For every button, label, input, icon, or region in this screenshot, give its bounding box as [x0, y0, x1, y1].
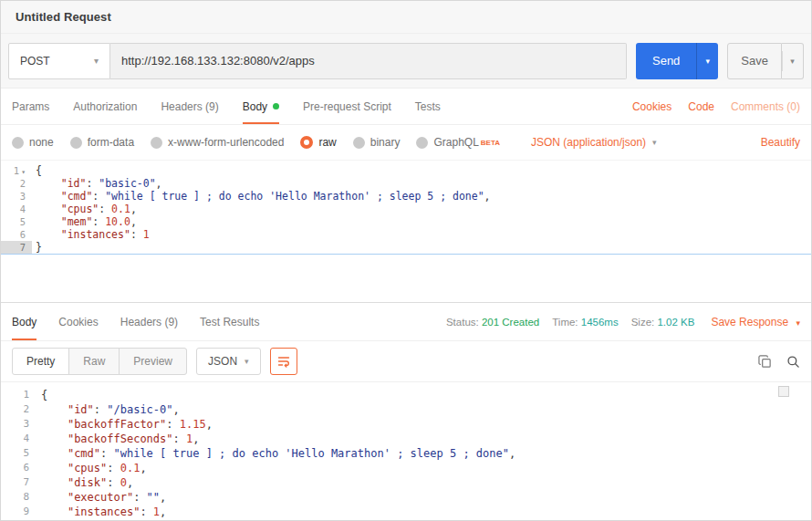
code-line: 4 "backoffSeconds": 1,	[1, 432, 811, 446]
comments-link[interactable]: Comments (0)	[731, 100, 800, 113]
chevron-down-icon: ▾	[790, 57, 795, 66]
line-number: 4	[1, 432, 37, 446]
code-text: "backoffSeconds": 1,	[37, 432, 199, 446]
chevron-down-icon: ▾	[94, 56, 99, 66]
code-line: 7 "disk": 0,	[1, 475, 811, 490]
chevron-down-icon: ▾	[796, 318, 800, 328]
body-type-graphql[interactable]: GraphQL BETA	[416, 136, 500, 149]
tab-params[interactable]: Params	[12, 89, 49, 124]
code-text: "disk": 0,	[37, 475, 133, 490]
cookies-link[interactable]: Cookies	[632, 100, 671, 113]
size-badge: Size: 1.02 KB	[631, 317, 695, 328]
fold-toggle-icon[interactable]: ▾	[21, 168, 26, 176]
code-text: {	[32, 164, 42, 177]
view-preview-button[interactable]: Preview	[119, 348, 187, 375]
code-text: "cmd": "while [ true ] ; do echo 'Hello …	[37, 446, 515, 461]
code-text: "instances": 1,	[37, 505, 166, 519]
save-button[interactable]: Save	[727, 43, 782, 79]
code-line: 8 "executor": "",	[1, 490, 811, 505]
code-line: 3 "backoffFactor": 1.15,	[1, 417, 811, 432]
response-tab-test-results[interactable]: Test Results	[200, 303, 259, 340]
response-code: 1{2 "id": "/basic-0",3 "backoffFactor": …	[1, 388, 811, 520]
code-text: "backoffFactor": 1.15,	[37, 417, 213, 432]
beta-badge: BETA	[481, 139, 500, 147]
line-number: 6	[1, 228, 32, 241]
line-number: 1	[1, 388, 37, 402]
code-link[interactable]: Code	[688, 100, 714, 113]
code-line: 4 "cpus": 0.1,	[1, 203, 811, 215]
code-text: }	[32, 241, 42, 254]
search-response-button[interactable]	[786, 355, 800, 369]
code-line: 6 "cpus": 0.1,	[1, 461, 811, 475]
code-text: {	[37, 388, 47, 402]
line-number: 7	[1, 241, 32, 254]
line-number: 7	[1, 475, 37, 490]
tab-pre-request-script[interactable]: Pre-request Script	[303, 89, 391, 124]
response-format-select[interactable]: JSON ▾	[196, 348, 261, 375]
response-tab-cookies[interactable]: Cookies	[58, 303, 98, 340]
send-button-group: Send ▾	[636, 43, 718, 79]
line-number: 9	[1, 505, 37, 519]
line-number: 5	[1, 446, 37, 461]
method-select[interactable]: POST ▾	[8, 43, 110, 79]
code-line: 9 "instances": 1,	[1, 505, 811, 519]
request-tabs-right: Cookies Code Comments (0)	[616, 89, 800, 124]
body-type-none[interactable]: none	[12, 136, 54, 149]
body-type-binary[interactable]: binary	[353, 136, 401, 149]
code-text: "cpus": 0.1,	[37, 461, 147, 475]
send-button[interactable]: Send	[636, 43, 696, 79]
request-tabs: Params Authorization Headers (9) Body Pr…	[1, 89, 811, 125]
wrap-text-button[interactable]	[270, 348, 297, 375]
line-number: 6	[1, 461, 37, 475]
response-meta: Status: 201 Created Time: 1456ms Size: 1…	[433, 303, 800, 340]
method-select-value: POST	[20, 55, 50, 68]
line-number: 8	[1, 490, 37, 505]
radio-icon	[416, 137, 428, 149]
body-type-raw[interactable]: raw	[300, 136, 336, 149]
code-line: 10 "labels": {},	[1, 519, 811, 520]
line-number: 5	[1, 215, 32, 228]
request-url-bar: POST ▾ Send ▾ Save ▾	[1, 34, 811, 89]
radio-icon	[151, 137, 162, 149]
search-icon	[786, 355, 800, 369]
response-tab-headers[interactable]: Headers (9)	[120, 303, 178, 340]
response-tab-body[interactable]: Body	[12, 303, 36, 340]
tab-body[interactable]: Body	[243, 89, 279, 124]
code-line: 3 "cmd": "while [ true ] ; do echo 'Hell…	[1, 190, 811, 203]
response-toolbar: Pretty Raw Preview JSON ▾	[1, 340, 811, 382]
request-title: Untitled Request	[16, 10, 111, 24]
response-body-viewer[interactable]: 1{2 "id": "/basic-0",3 "backoffFactor": …	[1, 382, 811, 520]
request-body-editor[interactable]: 1▾{2 "id": "basic-0",3 "cmd": "while [ t…	[1, 160, 811, 302]
code-line: 5 "cmd": "while [ true ] ; do echo 'Hell…	[1, 446, 811, 461]
code-text: "cmd": "while [ true ] ; do echo 'Hello …	[32, 190, 491, 203]
response-view-toggle: Pretty Raw Preview	[12, 348, 187, 375]
view-pretty-button[interactable]: Pretty	[12, 348, 69, 375]
code-text: "executor": "",	[37, 490, 166, 505]
code-line: 7}	[1, 241, 811, 254]
code-line: 1{	[1, 388, 811, 402]
body-type-x-www-form-urlencoded[interactable]: x-www-form-urlencoded	[151, 136, 284, 149]
body-has-content-dot	[273, 103, 279, 109]
url-input[interactable]	[110, 43, 627, 79]
save-options-button[interactable]: ▾	[782, 43, 804, 79]
chevron-down-icon: ▾	[245, 357, 249, 366]
line-number: 2	[1, 402, 37, 417]
content-type-select[interactable]: JSON (application/json) ▾	[531, 136, 657, 149]
copy-icon	[758, 355, 772, 369]
code-text: "labels": {},	[37, 519, 153, 520]
tab-tests[interactable]: Tests	[415, 89, 441, 124]
copy-response-button[interactable]	[758, 355, 772, 369]
line-number: 1▾	[1, 164, 32, 177]
radio-icon	[353, 137, 365, 149]
send-options-button[interactable]: ▾	[696, 43, 718, 79]
tab-headers[interactable]: Headers (9)	[161, 89, 218, 124]
radio-selected-icon	[300, 136, 313, 149]
response-toolbar-right	[744, 355, 800, 369]
body-type-form-data[interactable]: form-data	[70, 136, 134, 149]
tab-authorization[interactable]: Authorization	[73, 89, 137, 124]
save-response-button[interactable]: Save Response ▾	[711, 316, 800, 328]
line-number: 2	[1, 177, 32, 190]
response-scrollbar-thumb[interactable]	[778, 386, 789, 397]
view-raw-button[interactable]: Raw	[68, 348, 120, 375]
beautify-link[interactable]: Beautify	[761, 136, 800, 149]
